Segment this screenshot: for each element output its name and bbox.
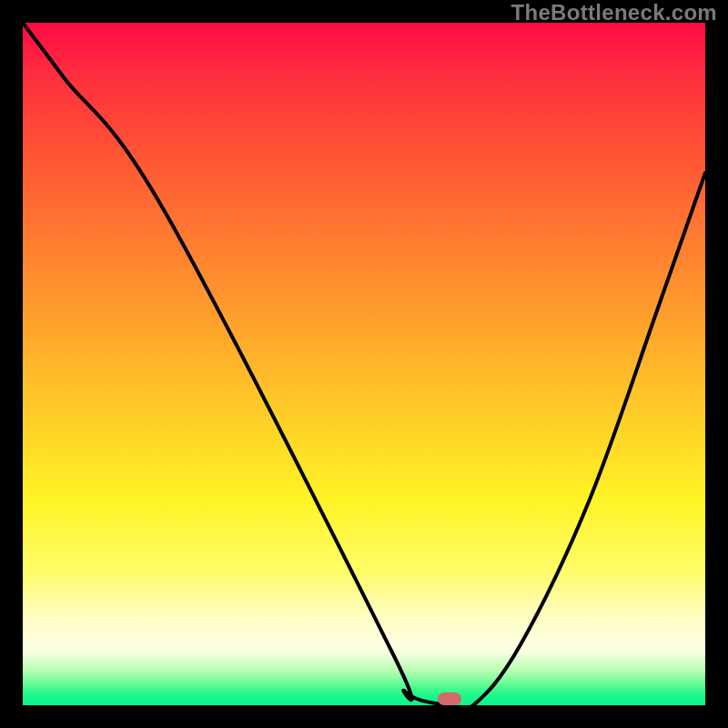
bottleneck-curve: [23, 23, 705, 705]
chart-frame: TheBottleneck.com: [0, 0, 728, 728]
optimal-point-marker: [438, 693, 461, 705]
watermark-text: TheBottleneck.com: [511, 0, 717, 25]
plot-area: [23, 23, 705, 705]
